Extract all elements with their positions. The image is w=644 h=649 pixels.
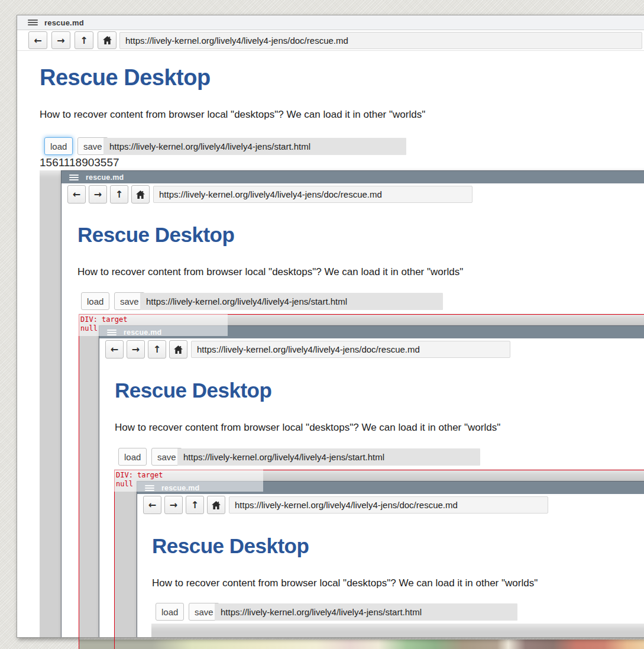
window-title: rescue.md <box>44 18 84 27</box>
nav-toolbar: ← → ↑ <box>62 183 644 205</box>
start-url-input[interactable] <box>215 603 517 621</box>
window-title: rescue.md <box>161 484 199 492</box>
forward-button[interactable]: → <box>127 340 145 359</box>
page-title: Rescue Desktop <box>77 223 234 247</box>
wallpaper-candy-strip <box>79 640 644 649</box>
window-titlebar[interactable]: rescue.md <box>17 15 644 30</box>
url-input[interactable] <box>119 32 642 49</box>
window-level-0: rescue.md ← → ↑ Rescue Desktop How to re… <box>17 15 644 638</box>
forward-button[interactable]: → <box>51 31 70 49</box>
back-button[interactable]: ← <box>28 31 47 49</box>
up-button[interactable]: ↑ <box>110 185 128 204</box>
back-button[interactable]: ← <box>67 185 86 204</box>
home-icon <box>103 36 112 44</box>
intro-paragraph: How to recover content from browser loca… <box>115 422 500 434</box>
back-button[interactable]: ← <box>143 496 161 514</box>
page-title: Rescue Desktop <box>115 379 271 402</box>
home-icon <box>136 190 145 199</box>
up-button[interactable]: ↑ <box>148 340 166 359</box>
window-level-3: rescue.md ← → ↑ Rescue Desktop How to re… <box>137 481 644 638</box>
load-button[interactable]: load <box>156 603 184 621</box>
window-title: rescue.md <box>124 328 161 337</box>
window-level-1: rescue.md ← → ↑ Rescue Desktop How to re… <box>61 170 644 638</box>
forward-button[interactable]: → <box>164 496 183 514</box>
intro-paragraph: How to recover content from browser loca… <box>77 266 463 278</box>
page-title: Rescue Desktop <box>40 65 211 91</box>
desktop-container <box>151 624 644 638</box>
start-url-input[interactable] <box>177 448 480 466</box>
window-titlebar[interactable]: rescue.md <box>99 326 644 338</box>
nav-toolbar: ← → ↑ <box>99 338 644 360</box>
menu-icon[interactable] <box>28 18 38 27</box>
start-url-input[interactable] <box>140 293 443 310</box>
nav-toolbar: ← → ↑ <box>137 494 644 515</box>
intro-paragraph: How to recover content from browser loca… <box>40 109 425 121</box>
up-button[interactable]: ↑ <box>75 31 93 49</box>
window-title: rescue.md <box>86 173 124 182</box>
window-level-2: rescue.md ← → ↑ Rescue Desktop How to re… <box>99 325 644 638</box>
home-button[interactable] <box>131 185 150 204</box>
load-button[interactable]: load <box>44 137 73 155</box>
page-title: Rescue Desktop <box>152 534 309 558</box>
window-titlebar[interactable]: rescue.md <box>137 482 644 494</box>
forward-button[interactable]: → <box>89 185 107 204</box>
timestamp: 1561118903557 <box>40 156 119 169</box>
home-button[interactable] <box>169 340 187 359</box>
up-button[interactable]: ↑ <box>186 496 204 514</box>
window-titlebar[interactable]: rescue.md <box>62 171 644 183</box>
home-icon <box>174 346 183 354</box>
home-icon <box>212 501 221 509</box>
url-input[interactable] <box>191 341 510 358</box>
url-input[interactable] <box>229 496 548 514</box>
load-button[interactable]: load <box>118 448 147 466</box>
intro-paragraph: How to recover content from browser loca… <box>152 577 538 589</box>
load-button[interactable]: load <box>81 292 109 310</box>
start-url-input[interactable] <box>103 138 406 155</box>
menu-icon[interactable] <box>107 328 116 337</box>
menu-icon[interactable] <box>145 484 154 492</box>
nav-toolbar: ← → ↑ <box>17 30 644 51</box>
home-button[interactable] <box>207 496 225 514</box>
menu-icon[interactable] <box>69 173 79 182</box>
back-button[interactable]: ← <box>105 340 124 359</box>
home-button[interactable] <box>98 31 116 49</box>
url-input[interactable] <box>153 186 473 203</box>
